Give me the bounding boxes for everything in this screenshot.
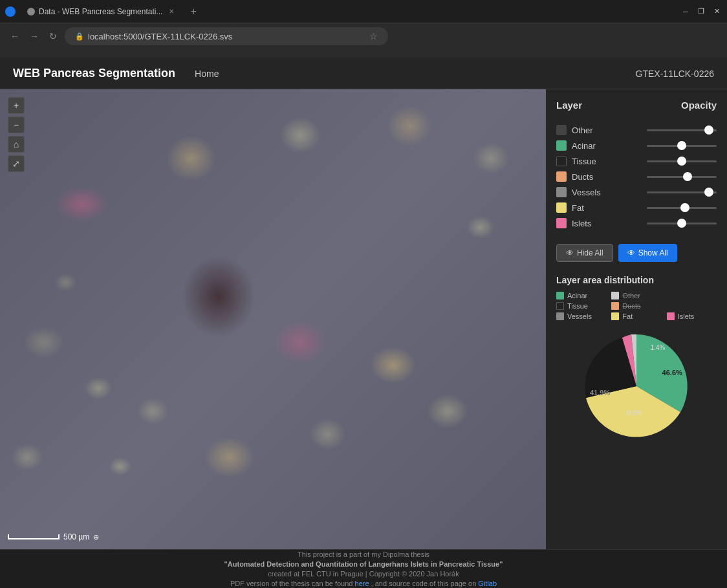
distribution-legend: Acinar Other Tissue Ducts (556, 292, 717, 320)
map-controls: + − ⌂ ⤢ (8, 97, 25, 172)
legend-vessels-color (556, 312, 564, 320)
footer-line4: PDF version of the thesis can be found h… (230, 580, 497, 587)
scale-bar: 500 µm ⊕ (8, 532, 99, 541)
home-button[interactable]: ⌂ (8, 136, 25, 153)
other-slider-container (647, 129, 717, 131)
footer-line3: created at FEL CTU in Prague | Copyright… (268, 570, 459, 578)
layer-title: Layer (556, 100, 582, 111)
restore-button[interactable]: ❐ (696, 6, 706, 17)
ducts-opacity-slider[interactable] (647, 176, 717, 178)
scale-label: 500 µm (63, 532, 89, 541)
refresh-button[interactable]: ↻ (47, 28, 60, 44)
hide-all-button[interactable]: 👁 Hide All (556, 244, 613, 262)
layer-row-tissue: Tissue (556, 156, 717, 166)
fat-color (556, 202, 567, 213)
other-opacity-slider[interactable] (647, 129, 717, 131)
legend-islets-color (667, 312, 675, 320)
layer-row-ducts: Ducts (556, 171, 717, 182)
tissue-label: Tissue (572, 157, 642, 166)
main-content: + − ⌂ ⤢ 500 µm ⊕ Layer Opacity Other (0, 89, 727, 549)
back-button[interactable]: ← (8, 28, 22, 44)
tissue-slider-container (647, 160, 717, 162)
legend-vessels-label: Vessels (567, 312, 592, 320)
legend-ducts-color (611, 302, 619, 310)
lock-icon: 🔒 (75, 32, 84, 41)
tab-favicon (27, 8, 35, 16)
fat-label: Fat (572, 203, 642, 213)
app-header: WEB Pancreas Segmentation Home GTEX-11LC… (0, 58, 727, 89)
bookmark-icon[interactable]: ☆ (369, 31, 378, 41)
footer-middle: , and source code of this page on (371, 580, 479, 587)
footer: This project is a part of my Dipolma the… (0, 549, 727, 588)
show-all-button[interactable]: 👁 Show All (618, 244, 677, 262)
ducts-color (556, 171, 567, 182)
app-title: WEB Pancreas Segmentation (13, 67, 175, 80)
legend-other-label: Other (622, 292, 640, 299)
browser-favicon (5, 6, 16, 17)
close-button[interactable]: ✕ (711, 6, 722, 17)
hide-all-label: Hide All (577, 248, 603, 257)
legend-vessels: Vessels (556, 312, 606, 320)
zoom-out-button[interactable]: − (8, 116, 25, 133)
show-all-label: Show All (638, 248, 668, 257)
ducts-slider-container (647, 176, 717, 178)
tab-close-icon[interactable]: ✕ (169, 8, 174, 15)
fullscreen-button[interactable]: ⤢ (8, 155, 25, 172)
address-bar: ← → ↻ 🔒 localhost:5000/GTEX-11LCK-0226.s… (0, 23, 727, 49)
distribution-title: Layer area distribution (556, 275, 717, 285)
vessels-opacity-slider[interactable] (647, 191, 717, 193)
minimize-button[interactable]: ─ (680, 6, 691, 17)
map-area[interactable]: + − ⌂ ⤢ 500 µm ⊕ (0, 89, 546, 549)
vessels-slider-container (647, 191, 717, 193)
zoom-in-button[interactable]: + (8, 97, 25, 114)
legend-tissue-color (556, 302, 564, 310)
opacity-title: Opacity (681, 100, 717, 111)
tissue-image (0, 89, 546, 549)
scale-icon: ⊕ (93, 533, 99, 541)
layer-row-fat: Fat (556, 202, 717, 213)
legend-spacer (667, 292, 667, 299)
legend-acinar-label: Acinar (567, 292, 587, 299)
legend-acinar: Acinar (556, 292, 606, 299)
tissue-opacity-slider[interactable] (647, 160, 717, 162)
acinar-opacity-slider[interactable] (647, 145, 717, 147)
ducts-label: Ducts (572, 172, 642, 182)
forward-button[interactable]: → (27, 28, 41, 44)
islets-color (556, 218, 567, 228)
legend-ducts: Ducts (611, 302, 661, 310)
layer-list: Other Acinar Tissue (556, 125, 717, 234)
hide-icon: 👁 (566, 248, 574, 257)
pie-chart-container: 1.4% 46.6% 41.9% 0.5% (556, 328, 717, 444)
layer-row-other: Other (556, 125, 717, 135)
islets-opacity-slider[interactable] (647, 223, 717, 224)
other-label: Other (572, 125, 642, 135)
legend-islets: Islets (667, 312, 717, 320)
address-input[interactable]: 🔒 localhost:5000/GTEX-11LCK-0226.svs ☆ (65, 27, 388, 45)
new-tab-button[interactable]: + (186, 4, 201, 19)
tab-title: Data - WEB Pancreas Segmentati... (39, 7, 162, 16)
scale-line (8, 534, 60, 539)
acinar-color (556, 140, 567, 151)
footer-line2: "Automated Detection and Quantitation of… (224, 560, 503, 568)
footer-gitlab-link[interactable]: Gitlab (478, 580, 497, 587)
tab[interactable]: Data - WEB Pancreas Segmentati... ✕ (21, 5, 180, 19)
fat-opacity-slider[interactable] (647, 207, 717, 209)
url-text: localhost:5000/GTEX-11LCK-0226.svs (88, 32, 232, 41)
tissue-color (556, 156, 567, 166)
layer-row-acinar: Acinar (556, 140, 717, 151)
legend-spacer2 (667, 302, 667, 310)
fat-slider-container (647, 207, 717, 209)
legend-tissue: Tissue (556, 302, 606, 310)
pie-label-acinar: 46.6% (662, 369, 682, 376)
sidebar: Layer Opacity Other Acinar (546, 89, 727, 549)
footer-here-link[interactable]: here (355, 580, 369, 587)
legend-fat-label: Fat (622, 312, 633, 320)
visibility-buttons: 👁 Hide All 👁 Show All (556, 244, 717, 262)
distribution-section: Layer area distribution Acinar Other Tis… (556, 275, 717, 444)
pie-label-fat: 41.9% (590, 389, 610, 397)
app-nav: Home (195, 68, 219, 80)
footer-prefix: PDF version of the thesis can be found (230, 580, 355, 587)
vessels-color (556, 187, 567, 197)
pie-label-islets: 1.4% (651, 344, 666, 351)
nav-home-link[interactable]: Home (195, 69, 219, 79)
